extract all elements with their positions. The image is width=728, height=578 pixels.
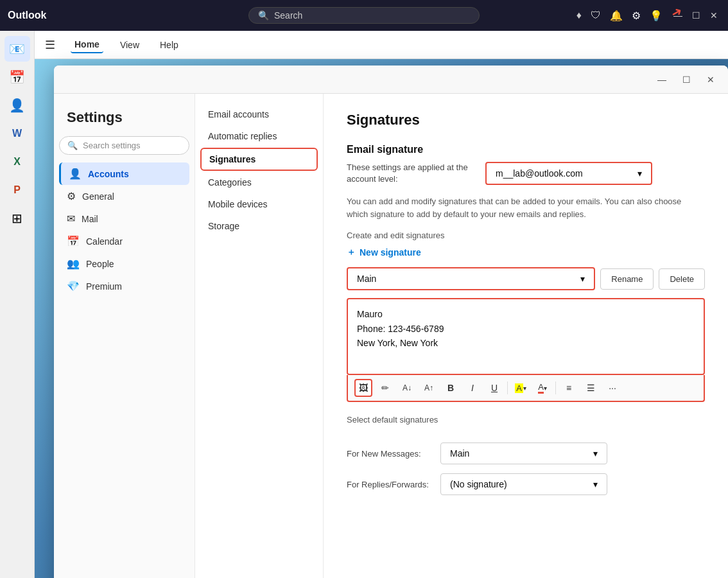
italic-button[interactable]: I: [464, 379, 481, 397]
sig-line-3: New York, New York: [357, 336, 695, 350]
nav-item-mail[interactable]: ✉ Mail: [59, 207, 189, 230]
signature-description: You can add and modify signatures that c…: [347, 195, 705, 220]
app-logo: Outlook: [8, 10, 46, 21]
maximize-button[interactable]: ☐: [689, 10, 702, 21]
replies-value: (No signature): [450, 479, 507, 489]
page-title: Signatures: [347, 112, 705, 128]
sidebar-excel-icon[interactable]: X: [4, 149, 30, 175]
nav-item-premium[interactable]: 💎 Premium: [59, 275, 189, 297]
sidebar-powerpoint-icon[interactable]: P: [4, 177, 30, 203]
replies-row: For Replies/Forwards: (No signature) ▾: [347, 473, 705, 495]
font-shrink-button[interactable]: A↓: [398, 379, 416, 397]
font-color-button[interactable]: A▾: [533, 379, 551, 397]
bell-icon[interactable]: 🔔: [610, 10, 623, 22]
sidebar-calendar-icon[interactable]: 📅: [4, 64, 30, 90]
default-sig-title: Select default signatures: [347, 415, 705, 425]
premium-icon: 💎: [67, 280, 80, 292]
settings-title: Settings: [59, 104, 189, 136]
default-signatures-section: Select default signatures For New Messag…: [347, 415, 705, 495]
nav-calendar-label: Calendar: [86, 236, 123, 247]
sidebar-apps-icon[interactable]: ⊞: [4, 206, 30, 231]
rename-button[interactable]: Rename: [600, 268, 654, 290]
replies-chevron: ▾: [593, 479, 598, 489]
settings-search-icon: 🔍: [67, 141, 78, 150]
sidebar-word-icon[interactable]: W: [4, 121, 30, 146]
middle-automatic-replies[interactable]: Automatic replies: [200, 126, 318, 146]
account-level-row: These settings are applied at the accoun…: [347, 162, 705, 185]
settings-minimize-button[interactable]: —: [652, 70, 672, 89]
new-messages-row: For New Messages: Main ▾: [347, 442, 705, 464]
settings-maximize-button[interactable]: ☐: [677, 70, 696, 89]
bold-button[interactable]: B: [442, 379, 460, 397]
insert-image-button[interactable]: 🖼: [354, 379, 372, 397]
menu-help[interactable]: Help: [156, 37, 182, 53]
pen-button[interactable]: ✏: [376, 379, 394, 397]
replies-dropdown[interactable]: (No signature) ▾: [440, 473, 607, 495]
new-signature-label: New signature: [360, 247, 421, 258]
sidebar-mail-icon[interactable]: 📧: [4, 36, 30, 62]
nav-people-label: People: [86, 259, 114, 269]
settings-body: Settings 🔍 Search settings 👤 Accounts ⚙ …: [54, 94, 728, 578]
new-messages-value: Main: [450, 448, 469, 459]
delete-button[interactable]: Delete: [659, 268, 705, 290]
calendar-icon: 📅: [67, 235, 80, 247]
sidebar-people-icon[interactable]: 👤: [4, 92, 30, 118]
underline-button[interactable]: U: [485, 379, 503, 397]
shield-icon[interactable]: 🛡: [591, 10, 601, 21]
nav-accounts-label: Accounts: [88, 169, 129, 179]
middle-categories[interactable]: Categories: [200, 172, 318, 193]
hamburger-menu[interactable]: ☰: [45, 38, 55, 52]
new-messages-dropdown[interactable]: Main ▾: [440, 442, 607, 464]
main-area: ☰ Home View Help — ☐ ✕ Settings: [35, 31, 728, 578]
signature-toolbar: 🖼 ✏ A↓ A↑ B I U A▾ A▾: [347, 375, 705, 402]
replies-label: For Replies/Forwards:: [347, 480, 430, 489]
gear-icon[interactable]: ⚙: [632, 10, 641, 22]
menu-bar: ☰ Home View Help: [35, 31, 728, 59]
settings-search[interactable]: 🔍 Search settings: [59, 136, 189, 155]
account-dropdown-chevron: ▾: [637, 168, 642, 179]
middle-email-accounts[interactable]: Email accounts: [200, 104, 318, 125]
app-container: 📧 📅 👤 W X P ⊞ ☰ Home View Help — ☐ ✕: [0, 31, 728, 578]
sig-line-2: Phone: 123-456-6789: [357, 322, 695, 336]
app-sidebar: 📧 📅 👤 W X P ⊞: [0, 31, 35, 578]
general-icon: ⚙: [67, 190, 76, 202]
bg-area: — ☐ ✕ Settings 🔍 Search settings �: [35, 59, 728, 578]
bulb-icon[interactable]: 💡: [650, 10, 663, 22]
middle-mobile-devices[interactable]: Mobile devices: [200, 194, 318, 215]
middle-signatures[interactable]: Signatures: [200, 148, 318, 171]
close-button[interactable]: ✕: [707, 10, 720, 21]
signature-name-value: Main: [357, 274, 376, 284]
menu-view[interactable]: View: [116, 37, 143, 53]
bullets-button[interactable]: ≡: [560, 379, 578, 397]
signature-name-row: Main ▾ Rename Delete: [347, 267, 705, 290]
search-bar[interactable]: 🔍 Search: [248, 7, 480, 24]
settings-titlebar: — ☐ ✕: [54, 66, 728, 94]
numbered-list-button[interactable]: ☰: [582, 379, 600, 397]
nav-general-label: General: [82, 191, 114, 202]
diamond-icon[interactable]: ♦: [576, 10, 582, 21]
nav-item-accounts[interactable]: 👤 Accounts: [59, 162, 189, 185]
more-options-button[interactable]: ···: [603, 379, 621, 397]
font-grow-button[interactable]: A↑: [420, 379, 438, 397]
nav-item-general[interactable]: ⚙ General: [59, 185, 189, 207]
account-email-dropdown[interactable]: m__lab@outlook.com ▾: [485, 162, 652, 185]
settings-close-button[interactable]: ✕: [701, 70, 720, 89]
highlight-button[interactable]: A▾: [512, 379, 530, 397]
nav-item-people[interactable]: 👥 People: [59, 252, 189, 275]
settings-content: Signatures Email signature These setting…: [324, 94, 728, 578]
nav-mail-label: Mail: [82, 214, 98, 224]
nav-item-calendar[interactable]: 📅 Calendar: [59, 230, 189, 252]
settings-search-placeholder: Search settings: [83, 141, 141, 150]
title-bar-icons: ♦ 🛡 🔔 ⚙ ➜ 💡 — ☐ ✕: [576, 10, 720, 22]
accounts-icon: 👤: [69, 168, 82, 180]
plus-icon: ＋: [347, 247, 356, 258]
signature-name-dropdown[interactable]: Main ▾: [347, 267, 595, 290]
nav-premium-label: Premium: [86, 281, 122, 292]
settings-window: — ☐ ✕ Settings 🔍 Search settings �: [54, 66, 728, 578]
menu-home[interactable]: Home: [71, 37, 103, 53]
middle-storage[interactable]: Storage: [200, 216, 318, 236]
signature-editor[interactable]: Mauro Phone: 123-456-6789 New York, New …: [347, 298, 705, 375]
mail-icon: ✉: [67, 213, 75, 225]
email-sig-subtitle: Email signature: [347, 144, 705, 155]
new-signature-button[interactable]: ＋ New signature: [347, 247, 705, 258]
